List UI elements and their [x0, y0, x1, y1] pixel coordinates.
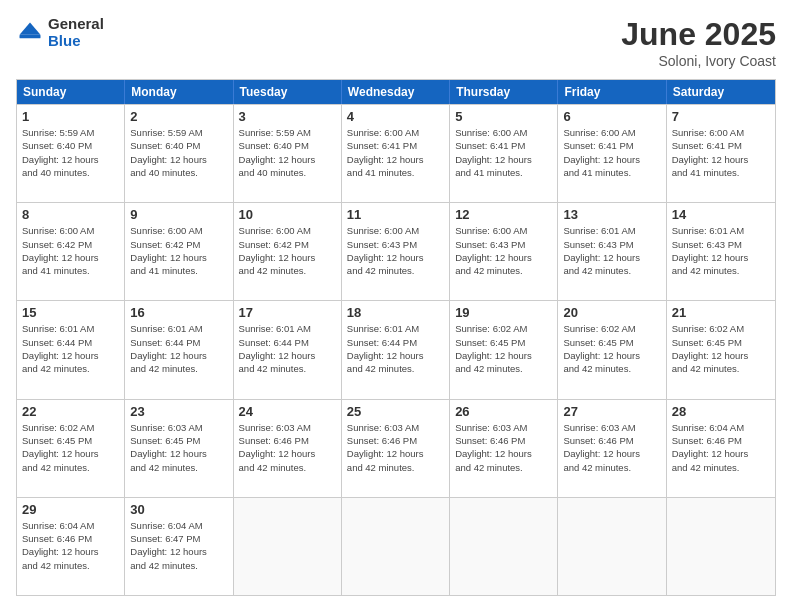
day-number: 3 — [239, 109, 336, 124]
day-info: Sunrise: 6:00 AMSunset: 6:41 PMDaylight:… — [563, 126, 660, 179]
day-info: Sunrise: 6:02 AMSunset: 6:45 PMDaylight:… — [563, 322, 660, 375]
logo-icon — [16, 19, 44, 47]
week-row-2: 8Sunrise: 6:00 AMSunset: 6:42 PMDaylight… — [17, 202, 775, 300]
month-title: June 2025 — [621, 16, 776, 53]
day-cell-15: 15Sunrise: 6:01 AMSunset: 6:44 PMDayligh… — [17, 301, 125, 398]
day-number: 10 — [239, 207, 336, 222]
day-header-tuesday: Tuesday — [234, 80, 342, 104]
day-header-saturday: Saturday — [667, 80, 775, 104]
logo-text: General Blue — [48, 16, 104, 49]
day-number: 24 — [239, 404, 336, 419]
day-number: 6 — [563, 109, 660, 124]
week-row-5: 29Sunrise: 6:04 AMSunset: 6:46 PMDayligh… — [17, 497, 775, 595]
day-info: Sunrise: 6:03 AMSunset: 6:46 PMDaylight:… — [239, 421, 336, 474]
day-cell-8: 8Sunrise: 6:00 AMSunset: 6:42 PMDaylight… — [17, 203, 125, 300]
day-cell-17: 17Sunrise: 6:01 AMSunset: 6:44 PMDayligh… — [234, 301, 342, 398]
calendar-header: SundayMondayTuesdayWednesdayThursdayFrid… — [17, 80, 775, 104]
day-info: Sunrise: 6:00 AMSunset: 6:42 PMDaylight:… — [239, 224, 336, 277]
day-number: 30 — [130, 502, 227, 517]
day-number: 27 — [563, 404, 660, 419]
day-info: Sunrise: 6:03 AMSunset: 6:46 PMDaylight:… — [347, 421, 444, 474]
day-cell-23: 23Sunrise: 6:03 AMSunset: 6:45 PMDayligh… — [125, 400, 233, 497]
svg-rect-1 — [20, 34, 41, 38]
day-number: 8 — [22, 207, 119, 222]
day-info: Sunrise: 6:03 AMSunset: 6:45 PMDaylight:… — [130, 421, 227, 474]
day-info: Sunrise: 6:01 AMSunset: 6:43 PMDaylight:… — [563, 224, 660, 277]
week-row-3: 15Sunrise: 6:01 AMSunset: 6:44 PMDayligh… — [17, 300, 775, 398]
day-cell-4: 4Sunrise: 6:00 AMSunset: 6:41 PMDaylight… — [342, 105, 450, 202]
day-number: 21 — [672, 305, 770, 320]
day-cell-19: 19Sunrise: 6:02 AMSunset: 6:45 PMDayligh… — [450, 301, 558, 398]
day-number: 18 — [347, 305, 444, 320]
day-info: Sunrise: 6:00 AMSunset: 6:42 PMDaylight:… — [22, 224, 119, 277]
day-number: 22 — [22, 404, 119, 419]
day-cell-20: 20Sunrise: 6:02 AMSunset: 6:45 PMDayligh… — [558, 301, 666, 398]
day-number: 7 — [672, 109, 770, 124]
day-number: 13 — [563, 207, 660, 222]
empty-cell — [667, 498, 775, 595]
logo: General Blue — [16, 16, 104, 49]
day-number: 9 — [130, 207, 227, 222]
day-number: 25 — [347, 404, 444, 419]
day-cell-12: 12Sunrise: 6:00 AMSunset: 6:43 PMDayligh… — [450, 203, 558, 300]
logo-general: General — [48, 16, 104, 33]
day-cell-21: 21Sunrise: 6:02 AMSunset: 6:45 PMDayligh… — [667, 301, 775, 398]
day-number: 11 — [347, 207, 444, 222]
day-number: 2 — [130, 109, 227, 124]
day-cell-6: 6Sunrise: 6:00 AMSunset: 6:41 PMDaylight… — [558, 105, 666, 202]
header: General Blue June 2025 Soloni, Ivory Coa… — [16, 16, 776, 69]
day-number: 15 — [22, 305, 119, 320]
day-number: 5 — [455, 109, 552, 124]
day-cell-13: 13Sunrise: 6:01 AMSunset: 6:43 PMDayligh… — [558, 203, 666, 300]
day-info: Sunrise: 6:00 AMSunset: 6:41 PMDaylight:… — [347, 126, 444, 179]
calendar-body: 1Sunrise: 5:59 AMSunset: 6:40 PMDaylight… — [17, 104, 775, 595]
day-info: Sunrise: 6:02 AMSunset: 6:45 PMDaylight:… — [22, 421, 119, 474]
day-header-friday: Friday — [558, 80, 666, 104]
day-cell-22: 22Sunrise: 6:02 AMSunset: 6:45 PMDayligh… — [17, 400, 125, 497]
day-cell-18: 18Sunrise: 6:01 AMSunset: 6:44 PMDayligh… — [342, 301, 450, 398]
day-info: Sunrise: 5:59 AMSunset: 6:40 PMDaylight:… — [239, 126, 336, 179]
day-cell-16: 16Sunrise: 6:01 AMSunset: 6:44 PMDayligh… — [125, 301, 233, 398]
day-info: Sunrise: 5:59 AMSunset: 6:40 PMDaylight:… — [22, 126, 119, 179]
day-info: Sunrise: 6:01 AMSunset: 6:44 PMDaylight:… — [22, 322, 119, 375]
day-info: Sunrise: 6:01 AMSunset: 6:43 PMDaylight:… — [672, 224, 770, 277]
day-info: Sunrise: 6:00 AMSunset: 6:43 PMDaylight:… — [455, 224, 552, 277]
day-cell-25: 25Sunrise: 6:03 AMSunset: 6:46 PMDayligh… — [342, 400, 450, 497]
week-row-1: 1Sunrise: 5:59 AMSunset: 6:40 PMDaylight… — [17, 104, 775, 202]
day-cell-7: 7Sunrise: 6:00 AMSunset: 6:41 PMDaylight… — [667, 105, 775, 202]
day-info: Sunrise: 6:01 AMSunset: 6:44 PMDaylight:… — [239, 322, 336, 375]
title-block: June 2025 Soloni, Ivory Coast — [621, 16, 776, 69]
day-info: Sunrise: 5:59 AMSunset: 6:40 PMDaylight:… — [130, 126, 227, 179]
empty-cell — [342, 498, 450, 595]
day-number: 26 — [455, 404, 552, 419]
day-header-monday: Monday — [125, 80, 233, 104]
day-cell-30: 30Sunrise: 6:04 AMSunset: 6:47 PMDayligh… — [125, 498, 233, 595]
empty-cell — [234, 498, 342, 595]
day-cell-5: 5Sunrise: 6:00 AMSunset: 6:41 PMDaylight… — [450, 105, 558, 202]
day-info: Sunrise: 6:04 AMSunset: 6:46 PMDaylight:… — [22, 519, 119, 572]
day-number: 29 — [22, 502, 119, 517]
day-header-sunday: Sunday — [17, 80, 125, 104]
day-number: 1 — [22, 109, 119, 124]
day-cell-26: 26Sunrise: 6:03 AMSunset: 6:46 PMDayligh… — [450, 400, 558, 497]
day-cell-1: 1Sunrise: 5:59 AMSunset: 6:40 PMDaylight… — [17, 105, 125, 202]
day-info: Sunrise: 6:04 AMSunset: 6:46 PMDaylight:… — [672, 421, 770, 474]
page: General Blue June 2025 Soloni, Ivory Coa… — [0, 0, 792, 612]
day-info: Sunrise: 6:01 AMSunset: 6:44 PMDaylight:… — [130, 322, 227, 375]
day-cell-2: 2Sunrise: 5:59 AMSunset: 6:40 PMDaylight… — [125, 105, 233, 202]
week-row-4: 22Sunrise: 6:02 AMSunset: 6:45 PMDayligh… — [17, 399, 775, 497]
day-info: Sunrise: 6:00 AMSunset: 6:42 PMDaylight:… — [130, 224, 227, 277]
day-number: 20 — [563, 305, 660, 320]
day-cell-24: 24Sunrise: 6:03 AMSunset: 6:46 PMDayligh… — [234, 400, 342, 497]
day-info: Sunrise: 6:02 AMSunset: 6:45 PMDaylight:… — [455, 322, 552, 375]
day-info: Sunrise: 6:04 AMSunset: 6:47 PMDaylight:… — [130, 519, 227, 572]
day-number: 12 — [455, 207, 552, 222]
day-number: 19 — [455, 305, 552, 320]
day-cell-27: 27Sunrise: 6:03 AMSunset: 6:46 PMDayligh… — [558, 400, 666, 497]
day-header-wednesday: Wednesday — [342, 80, 450, 104]
day-info: Sunrise: 6:00 AMSunset: 6:41 PMDaylight:… — [672, 126, 770, 179]
svg-marker-0 — [20, 22, 41, 34]
calendar: SundayMondayTuesdayWednesdayThursdayFrid… — [16, 79, 776, 596]
day-number: 17 — [239, 305, 336, 320]
day-info: Sunrise: 6:03 AMSunset: 6:46 PMDaylight:… — [455, 421, 552, 474]
